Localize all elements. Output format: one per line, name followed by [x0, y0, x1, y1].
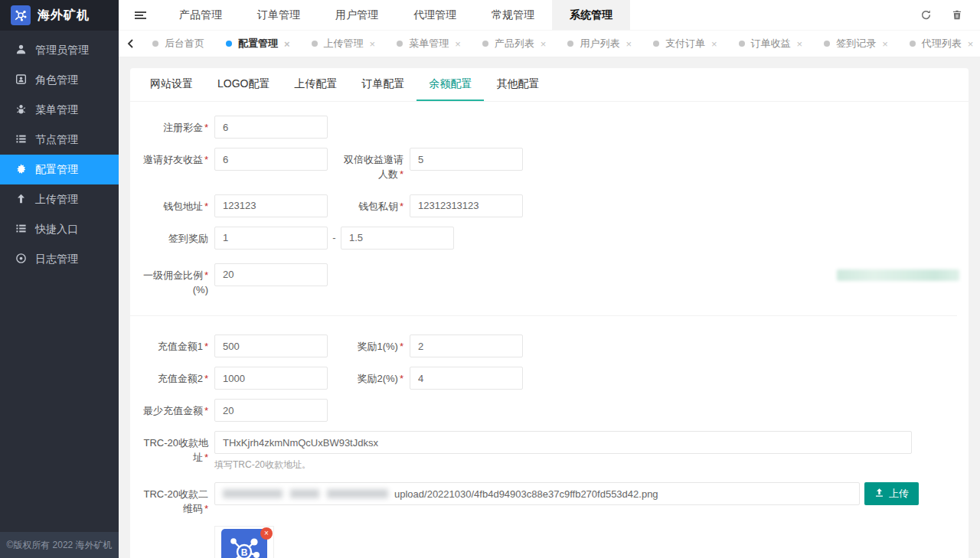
- field-label: 签到奖励: [138, 227, 214, 246]
- refresh-icon[interactable]: [911, 0, 942, 31]
- svg-text:B: B: [241, 547, 248, 558]
- reg-bonus-input[interactable]: [214, 116, 328, 139]
- sidebar-item-role-management[interactable]: 角色管理: [0, 65, 119, 95]
- remove-image-icon[interactable]: ×: [260, 527, 273, 540]
- required-mark: *: [400, 201, 403, 212]
- top-nav: 产品管理 订单管理 用户管理 代理管理 常规管理 系统管理: [162, 0, 630, 30]
- commission1-input[interactable]: [214, 263, 328, 286]
- wallet-address-input[interactable]: [214, 194, 328, 217]
- tab-site-settings[interactable]: 网站设置: [138, 68, 205, 101]
- sidebar-item-quick-entry[interactable]: 快捷入口: [0, 214, 119, 244]
- wallet-key-input[interactable]: [410, 194, 523, 217]
- reward2-input[interactable]: [410, 367, 523, 390]
- top-header: 产品管理 订单管理 用户管理 代理管理 常规管理 系统管理: [119, 0, 980, 31]
- sidebar-toggle-icon[interactable]: [119, 0, 162, 30]
- nav-order-management[interactable]: 订单管理: [240, 0, 318, 30]
- app-logo[interactable]: 海外矿机: [0, 0, 119, 31]
- tabs-scroll-area: 后台首页 配置管理× 上传管理× 菜单管理× 产品列表× 用户列表× 支付订单×…: [142, 31, 980, 57]
- field-label: 最少充值金额*: [138, 399, 214, 419]
- qrcode-thumbnail[interactable]: B ×: [214, 526, 274, 558]
- sidebar-item-node-management[interactable]: 节点管理: [0, 125, 119, 155]
- tab-user-list[interactable]: 用户列表×: [557, 31, 642, 57]
- close-icon[interactable]: ×: [968, 39, 974, 49]
- app-title: 海外矿机: [38, 8, 90, 24]
- nav-product-management[interactable]: 产品管理: [162, 0, 240, 30]
- reward1-input[interactable]: [410, 334, 523, 357]
- tab-dashboard[interactable]: 后台首页: [142, 31, 215, 57]
- recharge1-input[interactable]: [214, 334, 328, 357]
- nav-user-management[interactable]: 用户管理: [318, 0, 396, 30]
- tab-upload-config[interactable]: 上传配置: [282, 68, 349, 101]
- signin-reward-max-input[interactable]: [341, 227, 454, 250]
- nav-general-management[interactable]: 常规管理: [474, 0, 552, 30]
- field-label: 钱包地址*: [138, 194, 214, 214]
- close-icon[interactable]: ×: [370, 39, 376, 49]
- tab-product-list[interactable]: 产品列表×: [472, 31, 557, 57]
- tab-other-config[interactable]: 其他配置: [484, 68, 551, 101]
- tab-order-income[interactable]: 订单收益×: [728, 31, 814, 57]
- field-label: 双倍收益邀请人数*: [339, 148, 410, 182]
- sidebar-item-upload-management[interactable]: 上传管理: [0, 184, 119, 214]
- double-invitees-input[interactable]: [410, 148, 523, 171]
- tab-signin-records[interactable]: 签到记录×: [813, 31, 899, 57]
- sidebar-item-menu-management[interactable]: 菜单管理: [0, 95, 119, 125]
- field-label: TRC-20收款二维码*: [138, 482, 214, 517]
- user-icon: [15, 44, 27, 57]
- min-recharge-input[interactable]: [214, 399, 328, 422]
- recharge2-input[interactable]: [214, 367, 328, 390]
- tab-dot-icon: [910, 41, 916, 47]
- required-mark: *: [400, 341, 403, 352]
- tab-balance-config[interactable]: 余额配置: [416, 68, 484, 101]
- signin-reward-min-input[interactable]: [214, 227, 328, 250]
- close-icon[interactable]: ×: [455, 39, 461, 49]
- tabs-scroll-left-icon[interactable]: [119, 31, 142, 57]
- balance-config-form: 注册彩金* 邀请好友收益* 双倍收益邀请人数* 钱包地址*: [130, 102, 969, 558]
- field-label: 奖励2(%)*: [339, 367, 410, 387]
- required-mark: *: [204, 122, 208, 133]
- close-icon[interactable]: ×: [626, 39, 632, 49]
- role-icon: [15, 73, 27, 87]
- trc20-address-input[interactable]: [214, 431, 912, 454]
- sidebar-item-admin-management[interactable]: 管理员管理: [0, 35, 119, 65]
- tab-agent-list[interactable]: 代理列表×: [899, 31, 980, 57]
- required-mark: *: [204, 341, 208, 352]
- nav-agent-management[interactable]: 代理管理: [396, 0, 474, 30]
- close-icon[interactable]: ×: [284, 39, 290, 49]
- tab-dot-icon: [397, 41, 403, 47]
- sidebar-item-config-management[interactable]: 配置管理: [0, 155, 119, 184]
- sidebar-item-log-management[interactable]: 日志管理: [0, 244, 119, 274]
- list-icon: [15, 223, 27, 237]
- tab-dot-icon: [739, 41, 745, 47]
- close-icon[interactable]: ×: [882, 39, 888, 49]
- field-label: TRC-20收款地址*: [138, 431, 214, 465]
- tab-payment-orders[interactable]: 支付订单×: [642, 31, 728, 57]
- field-label: 钱包私钥*: [339, 194, 410, 214]
- tab-logo-config[interactable]: LOGO配置: [205, 68, 282, 101]
- window-tabbar: 后台首页 配置管理× 上传管理× 菜单管理× 产品列表× 用户列表× 支付订单×…: [119, 31, 980, 57]
- close-icon[interactable]: ×: [797, 39, 803, 49]
- upload-button[interactable]: 上传: [864, 482, 919, 505]
- field-label: 注册彩金*: [138, 116, 214, 135]
- fullscreen-icon[interactable]: [972, 0, 980, 31]
- close-icon[interactable]: ×: [711, 39, 717, 49]
- trash-icon[interactable]: [942, 0, 972, 31]
- required-mark: *: [204, 452, 208, 463]
- nav-system-management[interactable]: 系统管理: [552, 0, 630, 30]
- tab-config-management[interactable]: 配置管理×: [215, 31, 301, 57]
- field-label: 奖励1(%)*: [339, 334, 410, 354]
- tab-menu-management[interactable]: 菜单管理×: [386, 31, 472, 57]
- content-area: 网站设置 LOGO配置 上传配置 订单配置 余额配置 其他配置 注册彩金* 邀请…: [119, 57, 980, 558]
- required-mark: *: [204, 405, 208, 416]
- gear-icon: [15, 163, 27, 177]
- blurred-watermark: [837, 269, 959, 281]
- invite-income-input[interactable]: [214, 148, 328, 171]
- tab-dot-icon: [824, 41, 830, 47]
- close-icon[interactable]: ×: [541, 39, 547, 49]
- tab-upload-management[interactable]: 上传管理×: [301, 31, 387, 57]
- field-help-text: 填写TRC-20收款地址。: [214, 458, 912, 472]
- trc20-qrcode-input[interactable]: upload/20221030/4fb4d94903c88e37c9ffb270…: [214, 482, 860, 505]
- redacted-url-prefix: [223, 489, 388, 498]
- tab-order-config[interactable]: 订单配置: [349, 68, 416, 101]
- list-icon: [15, 133, 27, 147]
- sidebar: 海外矿机 管理员管理 角色管理 菜单管理 节点管理 配置管理: [0, 0, 119, 558]
